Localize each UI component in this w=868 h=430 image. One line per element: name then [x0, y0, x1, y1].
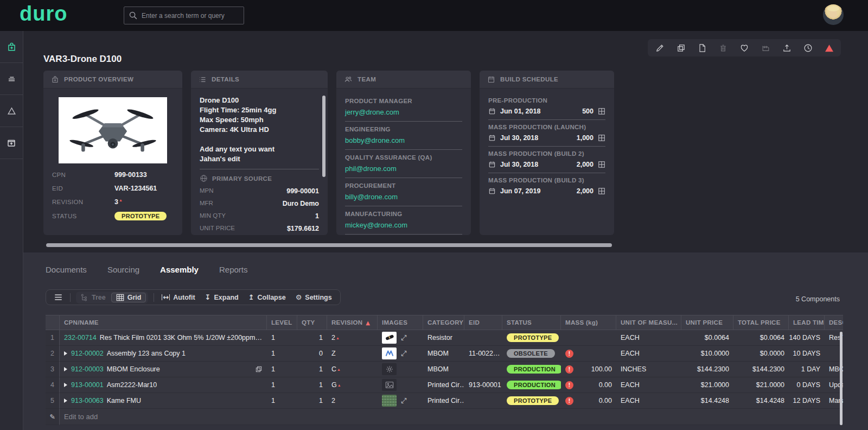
- primary-source-value: Duro Demo: [283, 200, 319, 207]
- gear-thumb[interactable]: [382, 363, 397, 375]
- expand-caret-icon[interactable]: [64, 399, 67, 403]
- export-document-icon[interactable]: [697, 43, 707, 53]
- column-header-total-price[interactable]: TOTAL PRICE: [733, 315, 789, 330]
- details-text-line: Jahan's edit: [200, 154, 319, 164]
- team-email-link[interactable]: bobby@drone.com: [345, 136, 462, 144]
- expand-button[interactable]: ↧ Expand: [203, 292, 241, 302]
- autofit-button[interactable]: ↔ Autofit: [159, 293, 197, 302]
- overview-field: CPN999-00133: [52, 171, 174, 179]
- cpn-link[interactable]: 912-00002: [71, 350, 104, 357]
- grid-table-icon[interactable]: [598, 134, 605, 142]
- revision-triangle-icon[interactable]: [824, 43, 834, 53]
- team-email-link[interactable]: mickey@drone.com: [345, 221, 462, 229]
- schedule-entry: Jul 30, 20181,000: [488, 134, 605, 142]
- team-email-link[interactable]: jerry@drone.com: [345, 108, 462, 116]
- assembly-row[interactable]: 2912-00002Assembly 123 ans Copy 110Z⤢MBO…: [46, 346, 843, 362]
- column-header-revision[interactable]: REVISION▲: [327, 315, 378, 330]
- cpn-link[interactable]: 232-00714: [64, 334, 97, 342]
- expand-caret-icon[interactable]: [64, 351, 67, 356]
- pcb-thumb[interactable]: [382, 395, 397, 407]
- favorite-heart-icon[interactable]: [739, 43, 749, 53]
- assembly-row[interactable]: 4913-00001Asm2222-Mar1011G▲Printed Cir…9…: [46, 377, 843, 393]
- search-box[interactable]: [124, 7, 244, 24]
- column-header-status[interactable]: STATUS: [502, 315, 561, 330]
- team-member: MANUFACTURINGmickey@drone.com: [345, 208, 462, 235]
- expand-image-icon[interactable]: ⤢: [401, 349, 406, 358]
- cpn-link[interactable]: 913-00001: [71, 381, 104, 389]
- cell-lead-time: 1 DAY: [789, 362, 825, 377]
- sidebar-item-new-component[interactable]: [0, 127, 23, 159]
- resistor-thumb[interactable]: [382, 332, 397, 344]
- calendar-icon: [488, 161, 496, 168]
- product-photo[interactable]: [59, 97, 167, 163]
- sidebar-item-products[interactable]: [0, 31, 23, 63]
- cell-eid: 913-00001: [464, 377, 502, 393]
- column-header-qty[interactable]: QTY: [297, 315, 327, 330]
- column-header-rownum[interactable]: [46, 315, 60, 330]
- collapse-button[interactable]: ↥ Collapse: [246, 292, 288, 302]
- bag-plus-icon: [7, 42, 17, 52]
- column-header-level[interactable]: LEVEL: [267, 315, 297, 330]
- tab-sourcing[interactable]: Sourcing: [107, 265, 139, 274]
- column-header-mass-kg-[interactable]: MASS (kg): [561, 315, 616, 330]
- schedule-stage-label: MASS PRODUCTION (BUILD 3): [488, 177, 605, 184]
- assembly-row[interactable]: 1232-00714Res Thick Film 0201 33K Ohm 5%…: [46, 330, 843, 346]
- tab-documents[interactable]: Documents: [46, 265, 87, 274]
- duplicate-icon[interactable]: [676, 43, 686, 53]
- assembly-row[interactable]: 3912-00003MBOM Enclosure11C▲MBOMPRODUCTI…: [46, 362, 843, 377]
- column-header-desc[interactable]: DESC: [825, 315, 843, 330]
- schedule-stage-label: MASS PRODUCTION (BUILD 2): [488, 150, 605, 157]
- edit-to-add-field[interactable]: Edit to add: [60, 409, 843, 425]
- history-clock-icon[interactable]: [803, 43, 813, 53]
- edit-to-add-row[interactable]: ✎Edit to add: [46, 409, 843, 425]
- grid-table-icon[interactable]: [598, 161, 605, 168]
- table-vertical-scrollbar[interactable]: [840, 332, 843, 425]
- image-thumb[interactable]: [382, 379, 397, 391]
- column-header-cpn-name[interactable]: CPN/NAME: [60, 315, 267, 330]
- duplicate-icon[interactable]: [255, 365, 263, 373]
- revision-flag-icon: ▲: [337, 383, 341, 387]
- alert-icon[interactable]: !: [565, 365, 573, 374]
- horizontal-scrollbar[interactable]: [46, 243, 612, 247]
- cell-category: Resistor: [423, 330, 464, 346]
- grid-view-button[interactable]: Grid: [111, 293, 146, 302]
- expand-image-icon[interactable]: ⤢: [401, 333, 406, 342]
- user-avatar[interactable]: [823, 4, 844, 25]
- column-header-unit-price[interactable]: UNIT PRICE: [681, 315, 733, 330]
- edit-pencil-icon[interactable]: ✎: [46, 409, 60, 425]
- search-input[interactable]: [142, 12, 234, 20]
- logo-thumb[interactable]: [382, 347, 397, 359]
- duro-logo[interactable]: duro: [20, 2, 67, 26]
- tab-bar: DocumentsSourcingAssemblyReports: [46, 265, 247, 274]
- settings-button[interactable]: ⚙ Settings: [293, 292, 334, 302]
- tab-assembly[interactable]: Assembly: [160, 265, 199, 274]
- sidebar-item-changes[interactable]: [0, 63, 23, 95]
- sidebar-item-alerts[interactable]: [0, 95, 23, 127]
- column-header-lead-time[interactable]: LEAD TIME: [789, 315, 825, 330]
- tab-reports[interactable]: Reports: [219, 265, 248, 274]
- expand-caret-icon[interactable]: [64, 383, 67, 387]
- expand-caret-icon[interactable]: [64, 367, 67, 371]
- collapse-label: Collapse: [258, 294, 286, 301]
- tree-view-button[interactable]: Tree: [78, 293, 108, 302]
- column-header-unit-of-measu-[interactable]: UNIT OF MEASU...: [616, 315, 681, 330]
- upload-icon[interactable]: [782, 43, 792, 53]
- column-header-category[interactable]: CATEGORY: [423, 315, 464, 330]
- team-email-link[interactable]: phil@drone.com: [345, 165, 462, 173]
- assembly-row[interactable]: 5913-00063Kame FMU112⤢Printed Cir…PROTOT…: [46, 393, 843, 409]
- column-header-eid[interactable]: EID: [464, 315, 502, 330]
- team-email-link[interactable]: billy@drone.com: [345, 193, 462, 201]
- grid-table-icon[interactable]: [598, 108, 605, 115]
- cpn-link[interactable]: 913-00063: [71, 397, 104, 404]
- expand-image-icon[interactable]: ⤢: [401, 396, 406, 405]
- edit-pencil-icon[interactable]: [655, 43, 665, 53]
- alert-icon[interactable]: !: [565, 397, 573, 405]
- alert-icon[interactable]: !: [565, 381, 573, 389]
- grid-table-icon[interactable]: [598, 187, 605, 195]
- menu-hamburger-icon[interactable]: [52, 293, 65, 302]
- component-name: Asm2222-Mar10: [107, 381, 157, 389]
- alert-icon[interactable]: !: [565, 350, 573, 358]
- cpn-link[interactable]: 912-00003: [71, 365, 104, 373]
- details-scrollbar[interactable]: [322, 96, 326, 177]
- column-header-images[interactable]: IMAGES: [378, 315, 423, 330]
